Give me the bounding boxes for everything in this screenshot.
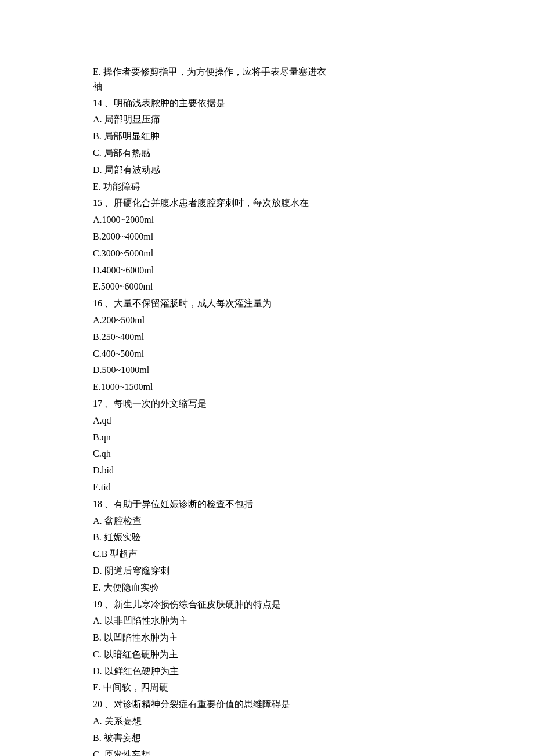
text-line: A. 局部明显压痛 [93, 113, 331, 127]
text-line: C. 以暗红色硬肿为主 [93, 648, 331, 662]
text-line: B.250~400ml [93, 330, 331, 345]
text-line: E. 操作者要修剪指甲，为方便操作，应将手表尽量塞进衣袖 [93, 65, 331, 94]
text-line: B. 被害妄想 [93, 731, 331, 746]
text-line: B. 以凹陷性水肿为主 [93, 631, 331, 645]
text-line: B.2000~4000ml [93, 230, 331, 244]
text-line: E. 大便隐血实验 [93, 581, 331, 595]
text-line: A.200~500ml [93, 313, 331, 328]
text-line: B.qn [93, 431, 331, 445]
text-line: A. 盆腔检查 [93, 514, 331, 529]
document-body: E. 操作者要修剪指甲，为方便操作，应将手表尽量塞进衣袖 14 、明确浅表脓肿的… [93, 65, 331, 756]
text-line: C.qh [93, 447, 331, 461]
text-line: E. 中间软，四周硬 [93, 681, 331, 695]
text-line: E.5000~6000ml [93, 280, 331, 294]
text-line: 15 、肝硬化合并腹水患者腹腔穿刺时，每次放腹水在 [93, 196, 331, 211]
text-line: 14 、明确浅表脓肿的主要依据是 [93, 96, 331, 111]
text-line: D. 局部有波动感 [93, 163, 331, 178]
text-line: E.tid [93, 480, 331, 495]
text-line: 18 、有助于异位妊娠诊断的检查不包括 [93, 497, 331, 512]
text-line: 20 、对诊断精神分裂症有重要价值的思维障碍是 [93, 697, 331, 712]
text-line: B. 妊娠实验 [93, 530, 331, 545]
text-line: D.bid [93, 464, 331, 478]
text-line: D. 阴道后穹窿穿刺 [93, 564, 331, 578]
text-line: D.500~1000ml [93, 363, 331, 378]
text-line: A. 关系妄想 [93, 714, 331, 729]
text-line: C.B 型超声 [93, 547, 331, 562]
text-line: 19 、新生儿寒冷损伤综合征皮肤硬肿的特点是 [93, 598, 331, 612]
text-line: A.qd [93, 414, 331, 428]
text-line: D.4000~6000ml [93, 263, 331, 278]
text-line: 16 、大量不保留灌肠时，成人每次灌注量为 [93, 296, 331, 311]
text-line: E.1000~1500ml [93, 380, 331, 395]
text-line: C.3000~5000ml [93, 247, 331, 261]
text-line: A.1000~2000ml [93, 213, 331, 227]
text-line: C. 局部有热感 [93, 146, 331, 161]
text-line: C.400~500ml [93, 347, 331, 361]
text-line: D. 以鲜红色硬肿为主 [93, 664, 331, 679]
text-line: A. 以非凹陷性水肿为主 [93, 614, 331, 628]
text-line: E. 功能障碍 [93, 180, 331, 194]
text-line: 17 、每晚一次的外文缩写是 [93, 397, 331, 411]
text-line: C. 原发性妄想 [93, 748, 331, 756]
text-line: B. 局部明显红肿 [93, 129, 331, 144]
